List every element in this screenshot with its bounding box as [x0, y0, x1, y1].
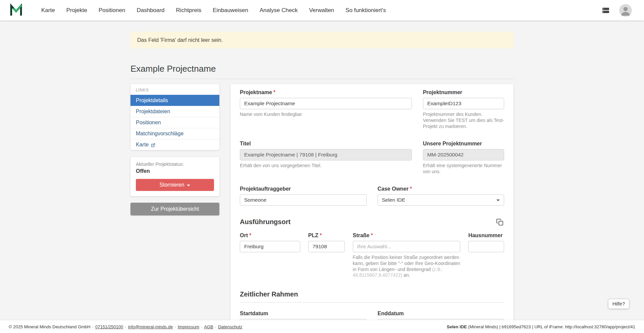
projektname-input[interactable] — [240, 98, 412, 109]
case-owner-selected-value: Selen IDE — [382, 197, 406, 203]
unsere-projektnummer-helper: Erhält eine systemgenerierte Nummer von … — [423, 163, 504, 175]
projektauftraggeber-label: Projektauftraggeber — [240, 186, 367, 192]
footer-separator: · — [174, 324, 176, 329]
nav-item-analyse-check[interactable]: Analyse Check — [254, 4, 303, 16]
section-divider — [240, 302, 504, 303]
titel-input — [240, 149, 412, 160]
sidebar: LINKS Projektdetails Projektdateien Posi… — [130, 84, 219, 215]
hausnummer-input[interactable] — [468, 241, 504, 252]
nav-item-verwalten[interactable]: Verwalten — [303, 4, 340, 16]
strasse-helper: Falls die Position keiner Straße zugeord… — [353, 255, 461, 279]
hausnummer-label: Hausnummer — [468, 232, 504, 239]
field-projektname: Projektname* Name vom Kunden festlegbar — [240, 89, 412, 130]
sidebar-links-card: LINKS Projektdetails Projektdateien Posi… — [130, 84, 219, 150]
ort-label: Ort* — [240, 232, 300, 239]
sidebar-item-projektdetails[interactable]: Projektdetails — [130, 95, 219, 106]
field-ort: Ort* — [240, 232, 300, 279]
footer-phone-link[interactable]: 07151/250100 — [95, 324, 123, 329]
footer-datenschutz-link[interactable]: Datenschutz — [218, 324, 242, 329]
enddatum-label: Enddatum — [378, 311, 504, 317]
nav-item-richtpreis[interactable]: Richtpreis — [170, 4, 207, 16]
footer: © 2025 Mineral Minds Deutschland GmbH·07… — [0, 320, 644, 333]
footer-separator: · — [92, 324, 94, 329]
sidebar-item-label: Karte — [136, 142, 149, 148]
sidebar-item-positionen[interactable]: Positionen — [130, 117, 219, 128]
sidebar-item-label: Matchingvorschläge — [136, 131, 183, 137]
ort-input[interactable] — [240, 241, 300, 252]
mineral-minds-logo[interactable] — [9, 3, 23, 18]
projektnummer-label: Projektnummer — [423, 89, 504, 95]
stornieren-button[interactable]: Stornieren — [136, 179, 214, 191]
titel-helper: Erhält den von uns vorgegebenen Titel. — [240, 163, 412, 169]
sidebar-item-label: Projektdateien — [136, 109, 170, 115]
title-divider — [130, 79, 514, 79]
case-owner-select[interactable]: Selen IDE — [378, 194, 504, 206]
help-button[interactable]: Hilfe? — [608, 299, 629, 309]
required-marker: * — [371, 232, 373, 238]
required-marker: * — [320, 232, 322, 238]
caret-down-icon — [496, 199, 500, 201]
nav-item-karte[interactable]: Karte — [36, 4, 61, 16]
field-projektauftraggeber: Projektauftraggeber — [240, 186, 367, 206]
projektnummer-input[interactable] — [423, 98, 504, 109]
sidebar-item-label: Positionen — [136, 120, 161, 126]
projektauftraggeber-input[interactable] — [240, 194, 367, 206]
project-details-form: Projektname* Name vom Kunden festlegbar … — [230, 84, 514, 333]
titel-label: Titel — [240, 141, 412, 147]
field-unsere-projektnummer: Unsere Projektnummer Erhält eine systemg… — [423, 141, 504, 175]
copy-icon[interactable] — [495, 218, 504, 226]
strasse-input[interactable] — [353, 241, 461, 252]
footer-session-info: Selen IDE (Mineral Minds) | b91695ed7623… — [447, 324, 635, 329]
footer-email-link[interactable]: info@mineral-minds.de — [128, 324, 173, 329]
footer-agb-link[interactable]: AGB — [204, 324, 213, 329]
sidebar-item-karte[interactable]: Karte — [130, 139, 219, 150]
section-title-zeitlicher-rahmen: Zeitlicher Rahmen — [240, 290, 504, 298]
plz-label: PLZ* — [308, 232, 345, 239]
sidebar-item-matchingvorschlaege[interactable]: Matchingvorschläge — [130, 128, 219, 139]
footer-separator: · — [201, 324, 202, 329]
footer-separator: · — [125, 324, 126, 329]
nav-item-einbauweisen[interactable]: Einbauweisen — [207, 4, 254, 16]
avatar[interactable] — [619, 4, 632, 17]
nav-item-dashboard[interactable]: Dashboard — [131, 4, 170, 16]
caret-down-icon — [187, 185, 190, 186]
section-title-ausfuehrungsort: Ausführungsort — [240, 218, 290, 226]
project-status-card: Aktueller Projektstatus: Offen Storniere… — [130, 157, 219, 196]
navbar: Karte Projekte Positionen Dashboard Rich… — [0, 0, 644, 20]
unsere-projektnummer-input — [423, 149, 504, 160]
case-owner-label: Case Owner* — [378, 186, 504, 192]
required-marker: * — [410, 186, 412, 192]
footer-copyright: © 2025 Mineral Minds Deutschland GmbH — [9, 324, 91, 329]
field-plz: PLZ* — [308, 232, 345, 279]
footer-separator: · — [215, 324, 216, 329]
main-content: Das Feld 'Firma' darf nicht leer sein. E… — [130, 20, 514, 333]
plz-input[interactable] — [308, 241, 345, 252]
required-marker: * — [273, 89, 275, 95]
project-overview-button[interactable]: Zur Projektübersicht — [130, 203, 219, 215]
sidebar-item-projektdateien[interactable]: Projektdateien — [130, 106, 219, 117]
nav-item-so-funktionierts[interactable]: So funktioniert's — [340, 4, 391, 16]
startdatum-label: Startdatum — [240, 311, 367, 317]
footer-impressum-link[interactable]: Impressum — [178, 324, 199, 329]
sidebar-item-label: Projektdetails — [136, 97, 168, 104]
field-projektnummer: Projektnummer Projektnummer des Kunden. … — [423, 89, 504, 130]
external-link-icon — [151, 143, 155, 147]
projektname-helper: Name vom Kunden festlegbar — [240, 112, 412, 118]
server-icon[interactable] — [601, 6, 610, 14]
field-titel: Titel Erhält den von uns vorgegebenen Ti… — [240, 141, 412, 175]
nav-item-projekte[interactable]: Projekte — [61, 4, 93, 16]
status-value: Offen — [136, 168, 214, 174]
footer-left: © 2025 Mineral Minds Deutschland GmbH·07… — [9, 324, 242, 329]
page-title: Example Projectname — [130, 64, 514, 74]
nav-links: Karte Projekte Positionen Dashboard Rich… — [36, 4, 392, 16]
projektnummer-helper: Projektnummer des Kunden. Verwenden Sie … — [423, 112, 504, 130]
projektname-label: Projektname* — [240, 89, 412, 95]
status-label: Aktueller Projektstatus: — [136, 161, 214, 167]
sidebar-links-header: LINKS — [130, 84, 219, 95]
unsere-projektnummer-label: Unsere Projektnummer — [423, 141, 504, 147]
field-strasse: Straße* Falls die Position keiner Straße… — [353, 232, 461, 279]
strasse-label: Straße* — [353, 232, 461, 239]
nav-item-positionen[interactable]: Positionen — [93, 4, 131, 16]
field-case-owner: Case Owner* Selen IDE — [378, 186, 504, 206]
required-marker: * — [249, 232, 251, 238]
